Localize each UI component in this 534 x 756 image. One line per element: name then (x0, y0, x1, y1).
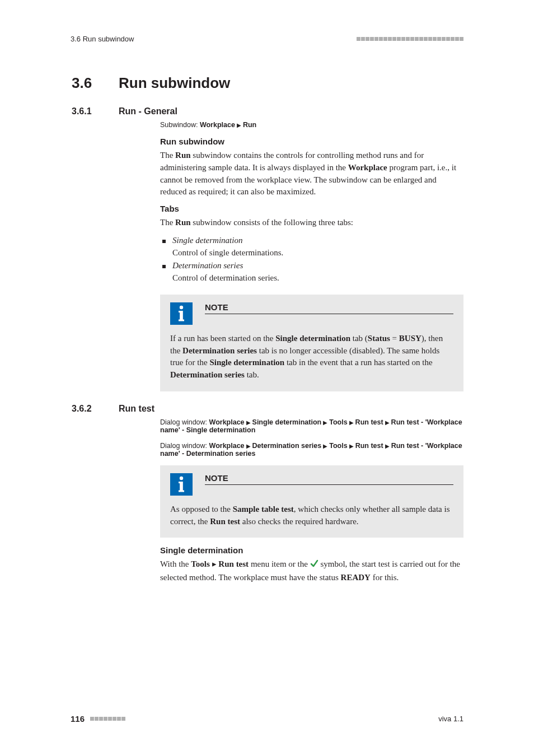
tab-name: Single determination (172, 236, 242, 245)
page-header: 3.6 Run subwindow (71, 35, 463, 43)
section-number: 3.6 (72, 74, 116, 92)
text: The (160, 151, 175, 160)
breadcrumb-sep-icon: ▶ (245, 419, 252, 426)
breadcrumb-sep-icon: ▶ (348, 443, 355, 449)
breadcrumb-part: Run test (355, 418, 383, 426)
svg-rect-2 (179, 319, 184, 321)
text: If a run has been started on the (170, 334, 275, 343)
breadcrumb-label: Dialog window: (160, 418, 207, 426)
breadcrumb-part: Run (243, 121, 256, 129)
subsection-362-heading: 3.6.2 Run test (72, 404, 463, 414)
tab-desc: Control of single determinations. (172, 248, 283, 257)
text-bold: Sample table test (233, 505, 294, 514)
info-icon (170, 473, 193, 496)
footer-left: 116 (71, 714, 125, 724)
breadcrumb-sep-icon: ▶ (245, 443, 252, 449)
text-bold: BUSY (399, 334, 421, 343)
breadcrumb-part: Tools (329, 418, 347, 426)
single-determination-para: With the Tools ▸ Run test menu item or t… (160, 558, 463, 584)
footer-ornament (90, 717, 125, 721)
text-bold: Run test (210, 517, 240, 526)
checkmark-icon (310, 559, 318, 572)
breadcrumb-sep-icon: ▶ (383, 443, 391, 449)
breadcrumb-sep-icon: ▶ (321, 419, 329, 426)
svg-rect-6 (179, 490, 184, 492)
text-bold: Single determination (275, 334, 350, 343)
section-361-body: Subwindow: Workplace▶Run Run subwindow T… (160, 121, 463, 391)
note-box-362: NOTE As opposed to the Sample table test… (160, 465, 463, 538)
tabs-heading: Tabs (160, 204, 463, 213)
header-ornament (357, 37, 463, 41)
tab-desc: Control of determination series. (172, 273, 279, 282)
breadcrumb-part: Tools (329, 442, 347, 450)
breadcrumb-sep-icon: ▶ (383, 419, 391, 426)
breadcrumb-label: Subwindow: (160, 121, 198, 129)
breadcrumb-part: Workplace (200, 121, 235, 129)
subsection-number: 3.6.2 (72, 404, 116, 414)
text: subwindow consists of the following thre… (191, 218, 353, 227)
breadcrumb-sep-icon: ▶ (321, 443, 329, 449)
text: also checks the required hardware. (240, 517, 359, 526)
text: As opposed to the (170, 505, 233, 514)
breadcrumb-part: Workplace (209, 418, 245, 426)
breadcrumb-part: Single determination (252, 418, 322, 426)
note-body: As opposed to the Sample table test, whi… (170, 503, 453, 528)
text: tab in the event that a run has started … (284, 358, 433, 367)
header-left: 3.6 Run subwindow (71, 35, 134, 43)
info-icon (170, 302, 193, 325)
svg-point-4 (180, 477, 183, 480)
svg-point-0 (180, 306, 183, 309)
text: for this. (371, 573, 399, 582)
page-footer: 116 viva 1.1 (71, 714, 463, 724)
text-bold: Workplace (348, 163, 387, 172)
breadcrumb-361: Subwindow: Workplace▶Run (160, 121, 463, 129)
text-bold: Run test (218, 559, 249, 568)
note-head: NOTE (170, 473, 453, 496)
text-bold: Run (175, 218, 191, 227)
note-box-361: NOTE If a run has been started on the Si… (160, 295, 463, 391)
note-title: NOTE (205, 302, 453, 314)
breadcrumb-part: Run test (355, 442, 383, 450)
section-heading: 3.6 Run subwindow (72, 74, 463, 92)
svg-rect-3 (179, 311, 182, 312)
breadcrumb-sep-icon: ▸ (212, 559, 217, 568)
section-title: Run subwindow (119, 74, 230, 92)
text-bold: Run (175, 151, 191, 160)
subsection-title: Run test (119, 404, 154, 414)
text: tab ( (350, 334, 368, 343)
run-subwindow-para: The Run subwindow contains the controls … (160, 150, 463, 198)
text: = (390, 334, 399, 343)
text: With the (160, 559, 191, 568)
subsection-number: 3.6.1 (72, 106, 116, 116)
subsection-361-heading: 3.6.1 Run - General (72, 106, 463, 116)
breadcrumb-label: Dialog window: (160, 442, 207, 450)
note-title: NOTE (205, 473, 453, 485)
single-determination-heading: Single determination (160, 545, 463, 555)
text-bold: Determination series (182, 346, 257, 355)
list-item: Determination series Control of determin… (160, 260, 463, 284)
note-body: If a run has been started on the Single … (170, 333, 453, 381)
breadcrumb-sep-icon: ▶ (348, 419, 355, 426)
text: menu item or the (249, 559, 310, 568)
section-362-body: Dialog window: Workplace▶Single determin… (160, 418, 463, 584)
text-bold: Tools (191, 559, 210, 568)
breadcrumb-part: Workplace (209, 442, 245, 450)
run-subwindow-heading: Run subwindow (160, 137, 463, 146)
text: tab. (245, 370, 259, 379)
breadcrumb-362-1: Dialog window: Workplace▶Single determin… (160, 418, 463, 434)
text-bold: READY (341, 573, 371, 582)
footer-right: viva 1.1 (438, 715, 463, 723)
page-number: 116 (71, 714, 85, 724)
tabs-list: Single determination Control of single d… (160, 235, 463, 284)
text-bold: Status (368, 334, 390, 343)
text-bold: Single determination (209, 358, 284, 367)
tab-name: Determination series (172, 261, 243, 270)
text: The (160, 218, 175, 227)
breadcrumb-362-2: Dialog window: Workplace▶Determination s… (160, 442, 463, 458)
breadcrumb-sep-icon: ▶ (235, 122, 243, 128)
breadcrumb-part: Determination series (252, 442, 322, 450)
svg-rect-7 (179, 482, 182, 483)
note-head: NOTE (170, 302, 453, 325)
subsection-title: Run - General (119, 106, 177, 116)
text-bold: Determination series (170, 370, 245, 379)
